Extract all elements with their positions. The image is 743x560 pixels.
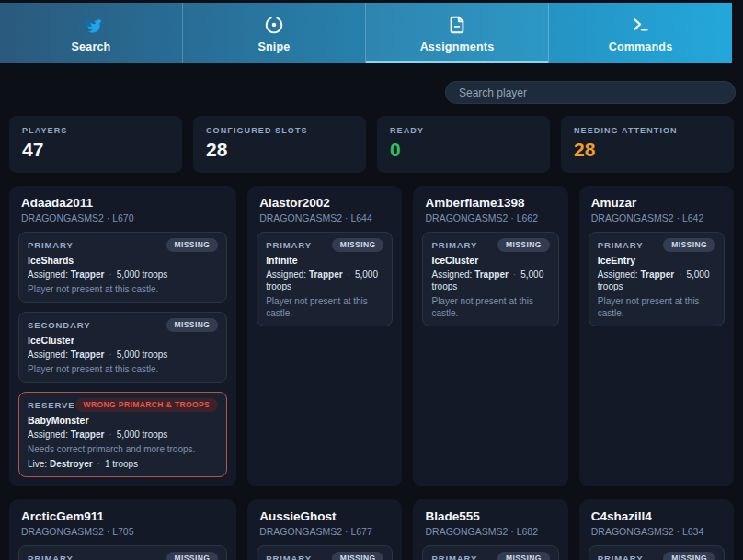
player-card[interactable]: Blade555 DRAGONGASMS2 · L682 PRIMARY MIS… (413, 499, 567, 560)
slot-label: PRIMARY (266, 240, 312, 250)
slot-list: PRIMARY MISSING IceShards Assigned: Trap… (422, 545, 558, 560)
assigned-name: Trapper (474, 269, 509, 280)
slot-header: RESERVE WRONG PRIMARCH & TROOPS (28, 398, 218, 412)
tab-commands[interactable]: Commands (549, 3, 732, 63)
slot-status-badge: MISSING (497, 552, 550, 560)
tab-label: Assignments (420, 40, 495, 53)
slot-label: PRIMARY (28, 554, 74, 560)
stat-label: CONFIGURED SLOTS (206, 126, 353, 135)
assigned-prefix: Assigned: (28, 429, 68, 440)
target-icon (263, 14, 285, 36)
primarch-name: IceCluster (431, 255, 549, 266)
slot-header: PRIMARY MISSING (431, 238, 549, 252)
assigned-line: Assigned: Trapper·5,000 troops (28, 349, 218, 360)
player-name: Alastor2002 (257, 196, 393, 210)
assigned-troops: 5,000 troops (117, 429, 168, 440)
slot-status-badge: MISSING (663, 238, 715, 252)
primarch-name: IceEntry (598, 255, 715, 266)
slot-status-badge: MISSING (332, 552, 384, 560)
live-line: Live: Destroyer·1 troops (28, 458, 218, 470)
slot-note: Player not present at this castle. (28, 283, 218, 295)
assigned-prefix: Assigned: (598, 269, 638, 280)
slot-label: PRIMARY (266, 554, 312, 560)
slot-note: Player not present at this castle. (28, 363, 218, 375)
slot: PRIMARY MISSING IceShards Assigned: Trap… (18, 232, 227, 303)
slot-label: SECONDARY (28, 320, 90, 330)
assigned-prefix: Assigned: (266, 269, 306, 280)
assigned-line: Assigned: Trapper·5,000 troops (28, 269, 218, 280)
slot-list: PRIMARY MISSING IceShards Assigned: Trap… (18, 232, 227, 477)
player-name: AussieGhost (257, 509, 393, 523)
stat-card-needing-attention: NEEDING ATTENTION 28 (561, 116, 734, 173)
assigned-line: Assigned: Trapper·5,000 troops (598, 269, 715, 292)
slot-status-badge: MISSING (166, 238, 219, 252)
player-card[interactable]: ArcticGem911 DRAGONGASMS2 · L705 PRIMARY… (9, 499, 236, 560)
player-card[interactable]: AussieGhost DRAGONGASMS2 · L677 PRIMARY … (247, 499, 402, 560)
tab-label: Commands (609, 40, 673, 53)
slot: PRIMARY MISSING Infinite Assigned: Trapp… (257, 232, 393, 326)
player-card[interactable]: Adaada2011 DRAGONGASMS2 · L670 PRIMARY M… (9, 186, 236, 486)
tab-bar: Search Snipe Assignments Commands (0, 3, 732, 63)
player-card[interactable]: Amuzar DRAGONGASMS2 · L642 PRIMARY MISSI… (579, 186, 734, 486)
assigned-name: Trapper (640, 269, 674, 280)
slot: PRIMARY MISSING IceCluster Assigned: Tra… (422, 232, 558, 326)
player-card[interactable]: C4shazill4 DRAGONGASMS2 · L634 PRIMARY M… (579, 499, 734, 560)
slot-header: PRIMARY MISSING (598, 552, 715, 560)
live-troops: 1 troops (105, 459, 138, 469)
tab-label: Search (72, 40, 111, 53)
slot-label: PRIMARY (431, 240, 477, 250)
assigned-line: Assigned: Trapper·5,000 troops (266, 269, 383, 292)
slot: RESERVE WRONG PRIMARCH & TROOPS BabyMons… (18, 392, 227, 477)
slot-status-badge: MISSING (332, 238, 384, 252)
tab-snipe[interactable]: Snipe (183, 3, 366, 63)
slot-header: PRIMARY MISSING (598, 238, 715, 252)
player-subtitle: DRAGONGASMS2 · L642 (589, 212, 725, 223)
assigned-line: Assigned: Trapper·5,000 troops (431, 269, 549, 292)
assigned-name: Trapper (71, 429, 105, 440)
primarch-name: IceCluster (28, 335, 218, 346)
stat-label: PLAYERS (22, 126, 169, 135)
slot-list: PRIMARY MISSING Infinite Assigned: Trapp… (589, 545, 725, 560)
player-subtitle: DRAGONGASMS2 · L634 (589, 526, 725, 537)
player-name: Amberflame1398 (422, 196, 558, 210)
slot: PRIMARY MISSING IceEntry Assigned: Trapp… (589, 232, 725, 326)
dot-separator: · (513, 269, 516, 280)
primarch-name: IceShards (28, 255, 218, 266)
slot-list: PRIMARY MISSING KHANE Assigned: Trapper·… (257, 545, 393, 560)
slot: PRIMARY MISSING BabyMonster Assigned: Tr… (18, 545, 227, 560)
assigned-prefix: Assigned: (431, 269, 472, 280)
primarch-name: Infinite (266, 255, 383, 266)
slot: PRIMARY MISSING IceShards Assigned: Trap… (422, 545, 558, 560)
stats-grid: PLAYERS 47 CONFIGURED SLOTS 28 READY 0 N… (0, 116, 743, 173)
slot-list: PRIMARY MISSING Infinite Assigned: Trapp… (257, 232, 393, 326)
slot-note: Needs correct primarch and more troops. (28, 443, 218, 455)
slot-header: PRIMARY MISSING (431, 552, 549, 560)
player-name: C4shazill4 (589, 509, 725, 523)
dot-separator: · (679, 269, 681, 280)
slot-label: RESERVE (28, 400, 75, 410)
player-cards-grid: Adaada2011 DRAGONGASMS2 · L670 PRIMARY M… (0, 186, 743, 560)
slot-note: Player not present at this castle. (598, 295, 715, 319)
live-name: Destroyer (50, 459, 93, 469)
dot-separator: · (348, 269, 350, 280)
search-player-input[interactable] (445, 81, 736, 104)
player-card[interactable]: Alastor2002 DRAGONGASMS2 · L644 PRIMARY … (247, 186, 402, 486)
player-subtitle: DRAGONGASMS2 · L705 (18, 526, 227, 537)
stat-card-configured-slots: CONFIGURED SLOTS 28 (193, 116, 366, 173)
assigned-troops: 5,000 troops (117, 349, 168, 360)
tab-search[interactable]: Search (0, 3, 183, 63)
assigned-prefix: Assigned: (28, 269, 68, 280)
slot-list: PRIMARY MISSING IceCluster Assigned: Tra… (422, 232, 558, 326)
assigned-name: Trapper (309, 269, 343, 280)
player-name: ArcticGem911 (18, 509, 227, 523)
file-minus-icon (446, 14, 468, 36)
dot-separator: · (97, 459, 100, 469)
tab-assignments[interactable]: Assignments (366, 3, 549, 63)
player-card[interactable]: Amberflame1398 DRAGONGASMS2 · L662 PRIMA… (413, 186, 567, 486)
stat-card-players: PLAYERS 47 (9, 116, 182, 173)
stat-label: READY (390, 126, 537, 135)
slot-note: Player not present at this castle. (266, 295, 383, 319)
dot-separator: · (109, 349, 111, 360)
player-subtitle: DRAGONGASMS2 · L682 (422, 526, 558, 537)
slot-header: PRIMARY MISSING (28, 552, 218, 560)
